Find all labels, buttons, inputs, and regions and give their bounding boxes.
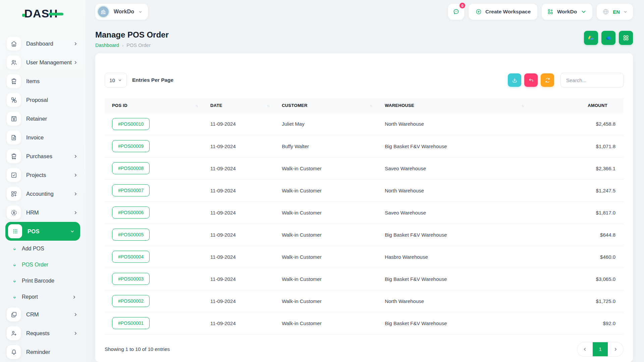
messages-button[interactable]: 0	[448, 4, 464, 20]
sidebar-item-label: Retainer	[26, 116, 47, 122]
search-input[interactable]	[560, 73, 624, 87]
sidebar-item-accounting[interactable]: Accounting	[0, 184, 86, 203]
date-cell: 11-09-2024	[203, 268, 274, 290]
sidebar-subitem-label: Report	[22, 294, 38, 300]
pagination: 1	[577, 342, 624, 357]
sidebar-item-label: POS	[28, 228, 40, 235]
amount-cell: $460.0	[529, 246, 624, 268]
sort-icon[interactable]: ↑↓	[522, 104, 524, 108]
sidebar-item-requests[interactable]: Requests	[0, 324, 86, 343]
chat-icon	[452, 8, 460, 15]
pos-id-link[interactable]: #POS00007	[112, 184, 150, 196]
sidebar-item-hrm[interactable]: HRM	[0, 203, 86, 222]
sort-icon[interactable]: ↑↓	[267, 104, 269, 108]
sidebar-item-label: Requests	[26, 330, 50, 337]
entries-per-page-select[interactable]: 10	[105, 73, 127, 87]
toolbar-left: 10 Entries Per Page	[105, 73, 173, 87]
sidebar-subitem-pos-order[interactable]: POS Order	[0, 257, 86, 273]
sidebar-subitem-label: POS Order	[22, 262, 48, 268]
chevron-down-icon	[623, 10, 628, 14]
pagination-prev-button[interactable]	[577, 342, 593, 357]
column-header-customer[interactable]: CUSTOMER↑↓	[274, 98, 377, 113]
sidebar-item-invoice[interactable]: Invoice	[0, 128, 86, 147]
chevron-down-icon	[580, 8, 587, 15]
pagination-page-button[interactable]: 1	[593, 342, 608, 357]
warehouse-cell: North Warehouse	[377, 113, 529, 135]
table-row: #POS0000311-09-2024Walk-in CustomerBig B…	[105, 268, 624, 290]
customer-cell: Walk-in Customer	[274, 157, 377, 179]
sidebar-subitem-print-barcode[interactable]: Print Barcode	[0, 273, 86, 289]
toolbar-right	[508, 73, 624, 87]
amount-cell: $1,247.5	[529, 179, 624, 201]
pos-id-link[interactable]: #POS00006	[112, 206, 150, 219]
column-header-warehouse[interactable]: WAREHOUSE↑↓	[377, 98, 529, 113]
pos-id-link[interactable]: #POS00008	[112, 162, 150, 174]
sidebar-subitem-report[interactable]: Report	[0, 289, 86, 305]
sidebar-nav: DashboardUser ManagementItemsProposalRet…	[0, 24, 86, 361]
pos-id-link[interactable]: #POS00001	[112, 317, 150, 329]
google-drive-button[interactable]	[584, 31, 598, 45]
reset-button[interactable]	[524, 73, 538, 87]
brand-logo[interactable]: DASH	[0, 3, 86, 24]
sidebar-subitem-add-pos[interactable]: Add POS	[0, 241, 86, 257]
column-header-amount: AMOUNT	[529, 98, 624, 113]
pos-id-link[interactable]: #POS00002	[112, 295, 150, 307]
sidebar-item-purchases[interactable]: Purchases	[0, 147, 86, 166]
sidebar-item-reminder[interactable]: Reminder	[0, 343, 86, 361]
export-download-button[interactable]	[508, 73, 521, 87]
retainer-icon	[7, 112, 21, 126]
grid-plus-icon	[547, 8, 554, 15]
sidebar-item-retainer[interactable]: Retainer	[0, 109, 86, 128]
sidebar-item-proposal[interactable]: Proposal	[0, 90, 86, 109]
proposal-icon	[7, 93, 21, 107]
breadcrumb-dashboard-link[interactable]: Dashboard	[95, 43, 119, 48]
main-area: WorkDo 0 Create Workspace WorkDo	[86, 0, 644, 362]
column-header-pos-id[interactable]: POS ID↑↓	[105, 98, 203, 113]
invoice-icon	[7, 130, 21, 144]
amount-cell: $1,725.0	[529, 290, 624, 312]
sidebar-item-items[interactable]: Items	[0, 72, 86, 90]
language-selector[interactable]: EN	[597, 4, 633, 20]
workspace-selector[interactable]: WorkDo	[95, 4, 148, 20]
sidebar-item-label: Reminder	[26, 349, 50, 355]
column-header-date[interactable]: DATE↑↓	[203, 98, 274, 113]
pos-id-link[interactable]: #POS00004	[112, 251, 150, 263]
sidebar-item-pos[interactable]: POS	[5, 222, 80, 241]
undo-icon	[528, 77, 534, 83]
date-cell: 11-09-2024	[203, 224, 274, 246]
sidebar-item-dashboard[interactable]: Dashboard	[0, 34, 86, 53]
workdo-menu-button[interactable]: WorkDo	[542, 4, 592, 20]
table-row: #POS0000911-09-2024Buffy WalterBig Baske…	[105, 135, 624, 157]
workspace-name: WorkDo	[114, 9, 134, 15]
pos-id-link[interactable]: #POS00009	[112, 140, 150, 152]
refresh-button[interactable]	[541, 73, 554, 87]
sidebar-item-label: Purchases	[26, 153, 52, 160]
sidebar-item-user-management[interactable]: User Management	[0, 53, 86, 72]
apps-grid-button[interactable]	[619, 31, 633, 45]
topbar: WorkDo 0 Create Workspace WorkDo	[95, 0, 633, 23]
chevron-right-icon	[613, 347, 618, 352]
pagination-next-button[interactable]	[608, 342, 623, 357]
sidebar-item-projects[interactable]: Projects	[0, 166, 86, 184]
hrm-icon	[7, 205, 21, 220]
chevron-down-icon	[70, 229, 75, 234]
pos-id-link[interactable]: #POS00005	[112, 229, 150, 241]
sidebar-item-crm[interactable]: CRM	[0, 305, 86, 324]
sidebar-subitem-label: Add POS	[22, 246, 44, 252]
page-title: Manage POS Order	[95, 30, 169, 40]
warehouse-cell: North Warehouse	[377, 290, 529, 312]
pos-id-link[interactable]: #POS00003	[112, 273, 150, 285]
onedrive-button[interactable]	[601, 31, 615, 45]
create-workspace-button[interactable]: Create Workspace	[469, 4, 537, 20]
chevron-right-icon	[73, 210, 78, 215]
requests-icon	[7, 326, 21, 340]
breadcrumb-current: POS Order	[126, 43, 151, 48]
sort-icon[interactable]: ↑↓	[195, 104, 198, 108]
amount-cell: $2,366.1	[529, 157, 624, 179]
sort-icon[interactable]: ↑↓	[370, 104, 372, 108]
pos-id-link[interactable]: #POS00010	[112, 118, 150, 130]
globe-icon	[602, 8, 609, 15]
warehouse-cell: Big Basket F&V Warehouse	[377, 312, 529, 334]
table-row: #POS0001011-09-2024Juliet MayNorth Wareh…	[105, 113, 624, 135]
sidebar-item-label: Invoice	[26, 134, 44, 141]
